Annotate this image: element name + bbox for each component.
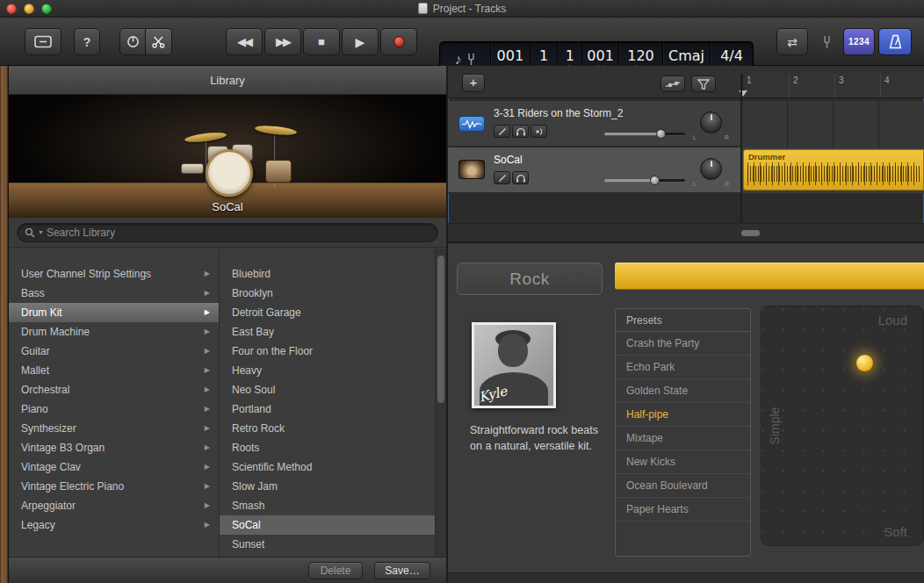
minimize-button[interactable] xyxy=(24,4,34,14)
lcd-tempo-value[interactable]: 120 xyxy=(627,48,654,63)
play-button[interactable]: ▶ xyxy=(342,28,379,55)
rewind-button[interactable]: ◀◀ xyxy=(226,28,263,55)
preset-row[interactable]: Ocean Boulevard xyxy=(616,474,750,498)
search-scope-arrow-icon[interactable]: ▼ xyxy=(38,229,44,235)
input-monitor-button[interactable] xyxy=(531,125,547,138)
library-patch-row[interactable]: Four on the Floor xyxy=(220,342,435,361)
library-patch-row[interactable]: East Bay xyxy=(220,322,435,342)
quick-help-button[interactable]: ? xyxy=(74,28,100,55)
solo-button[interactable] xyxy=(512,171,529,184)
library-scrollbar[interactable] xyxy=(435,248,446,557)
library-category-row[interactable]: User Channel Strip Settings ▶ xyxy=(9,264,219,284)
track-name[interactable]: 3-31 Riders on the Storm_2 xyxy=(494,107,682,119)
stop-button[interactable]: ■ xyxy=(303,28,340,55)
track-header-drummer[interactable]: SoCal L R xyxy=(448,148,742,193)
preset-row[interactable]: Golden State xyxy=(616,379,750,403)
project-document-icon[interactable] xyxy=(418,3,428,14)
track-header-audio[interactable]: 3-31 Riders on the Storm_2 L R xyxy=(448,101,742,147)
library-category-row[interactable]: Guitar ▶ xyxy=(9,342,219,361)
cycle-button[interactable]: ⇄ xyxy=(776,28,808,55)
tuner-button[interactable] xyxy=(813,28,840,55)
record-button[interactable] xyxy=(380,28,417,55)
library-category-row[interactable]: Bass ▶ xyxy=(9,284,219,303)
library-patch-row[interactable]: Brooklyn xyxy=(220,284,435,303)
metronome-button[interactable] xyxy=(878,28,912,55)
library-scrollbar-thumb[interactable] xyxy=(437,256,444,403)
delete-button[interactable]: Delete xyxy=(308,562,363,579)
library-patch-row[interactable]: Slow Jam xyxy=(220,477,435,496)
mute-button[interactable] xyxy=(494,125,510,138)
library-patch-row[interactable]: Sunset xyxy=(220,535,435,554)
track-name[interactable]: SoCal xyxy=(494,154,682,166)
library-category-row[interactable]: Mallet ▶ xyxy=(9,361,219,380)
volume-slider-thumb[interactable] xyxy=(650,176,660,185)
mute-button[interactable] xyxy=(494,171,510,184)
library-category-row[interactable]: Arpeggiator ▶ xyxy=(9,496,219,515)
automation-button[interactable] xyxy=(661,76,685,92)
solo-button[interactable] xyxy=(512,125,529,138)
preset-row[interactable]: New Kicks xyxy=(616,450,750,474)
zoom-button[interactable] xyxy=(41,4,52,14)
drummer-avatar[interactable]: Kyle xyxy=(472,322,556,408)
library-category-row[interactable]: Vintage Electric Piano ▶ xyxy=(9,477,219,496)
library-category-row[interactable]: Orchestral ▶ xyxy=(9,380,219,399)
automation-nodes-icon xyxy=(665,80,681,89)
forward-button[interactable]: ▶▶ xyxy=(264,28,301,55)
editors-button[interactable] xyxy=(146,28,172,55)
count-in-button[interactable]: 1234 xyxy=(843,28,875,55)
horizontal-scrollbar-thumb[interactable] xyxy=(741,230,760,236)
library-patch-row[interactable]: Bluebird xyxy=(220,264,435,284)
preset-row[interactable]: Crash the Party xyxy=(616,332,750,356)
pad-puck[interactable] xyxy=(856,355,873,371)
smart-controls-button[interactable] xyxy=(119,28,146,55)
search-input[interactable] xyxy=(47,227,430,239)
lcd-tick-value[interactable]: 001 xyxy=(587,48,614,63)
complexity-loudness-pad[interactable]: Loud Soft Simple xyxy=(761,306,924,546)
library-category-row[interactable]: Synthesizer ▶ xyxy=(9,419,219,438)
chevron-right-icon: ▶ xyxy=(205,399,210,419)
drummer-region[interactable]: Drummer xyxy=(743,149,924,191)
wood-edge-decoration xyxy=(0,66,9,583)
preset-row[interactable]: Paper Hearts xyxy=(616,498,750,522)
library-patch-row[interactable]: Scientific Method xyxy=(220,457,435,477)
library-toggle-button[interactable] xyxy=(25,28,61,55)
pan-knob[interactable] xyxy=(700,158,722,180)
library-category-row[interactable]: Drum Kit ▶ xyxy=(9,303,219,322)
preset-row[interactable]: Half-pipe xyxy=(616,403,750,427)
lcd-key-value[interactable]: Cmaj xyxy=(668,48,704,63)
lcd-signature-value[interactable]: 4/4 xyxy=(720,48,743,63)
library-category-row[interactable]: Vintage B3 Organ ▶ xyxy=(9,438,219,457)
library-category-row[interactable]: Vintage Clav ▶ xyxy=(9,457,219,477)
library-category-row[interactable]: Drum Machine ▶ xyxy=(9,322,219,342)
save-button[interactable]: Save… xyxy=(374,562,430,579)
genre-button[interactable]: Rock xyxy=(457,263,603,295)
lcd-bar-value[interactable]: 001 xyxy=(497,48,524,63)
library-patch-row[interactable]: Retro Rock xyxy=(220,419,435,438)
audio-track-lane[interactable] xyxy=(742,101,924,148)
volume-slider[interactable] xyxy=(604,175,685,185)
lcd-beat-value[interactable]: 1 xyxy=(539,48,548,63)
beat-preview-strip[interactable] xyxy=(615,263,924,290)
preset-row[interactable]: Echo Park xyxy=(616,356,750,379)
scissors-icon xyxy=(152,36,165,48)
lcd-div-value[interactable]: 1 xyxy=(566,48,574,63)
track-filter-button[interactable] xyxy=(691,76,716,92)
volume-slider-thumb[interactable] xyxy=(656,129,666,139)
library-patch-row[interactable]: SoCal xyxy=(220,515,435,535)
preset-row[interactable]: Mixtape xyxy=(616,427,750,450)
add-track-button[interactable]: + xyxy=(462,74,485,92)
pan-knob[interactable] xyxy=(700,112,722,133)
library-patch-row[interactable]: Detroit Garage xyxy=(220,303,435,322)
library-search-field[interactable]: ▼ xyxy=(17,223,438,242)
drummer-track-lane[interactable]: Drummer xyxy=(742,148,924,193)
volume-slider[interactable] xyxy=(604,128,685,139)
search-icon xyxy=(25,227,35,238)
library-patch-row[interactable]: Heavy xyxy=(220,361,435,380)
library-patch-row[interactable]: Roots xyxy=(220,438,435,457)
library-patch-row[interactable]: Neo Soul xyxy=(220,380,435,399)
close-button[interactable] xyxy=(6,4,17,14)
library-category-row[interactable]: Legacy ▶ xyxy=(9,515,219,535)
library-patch-row[interactable]: Smash xyxy=(220,496,435,515)
library-patch-row[interactable]: Portland xyxy=(220,399,435,419)
library-category-row[interactable]: Piano ▶ xyxy=(9,399,219,419)
